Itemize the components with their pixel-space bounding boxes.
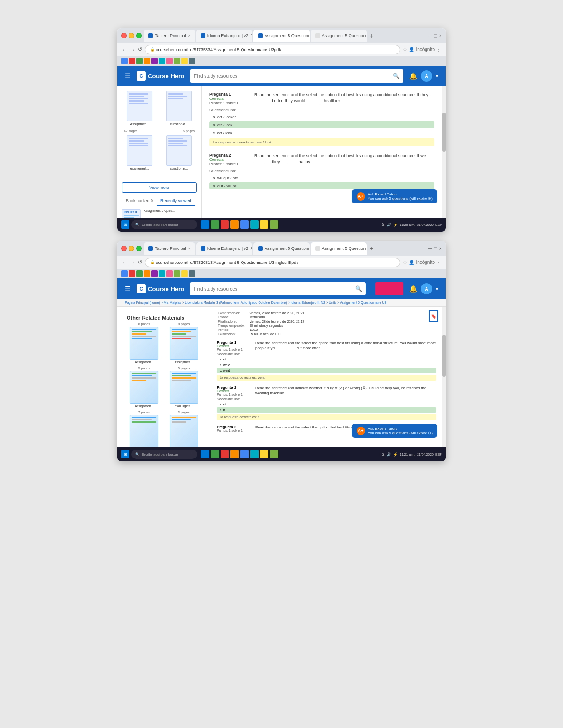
start-button-2[interactable]: ⊞: [121, 450, 129, 458]
taskbar-search-1[interactable]: 🔍 Escribe aquí para buscar: [131, 220, 197, 229]
reload-button[interactable]: ↺: [138, 46, 142, 53]
menu-icon-2[interactable]: ⋮: [436, 260, 441, 265]
search-input-1[interactable]: [194, 74, 390, 79]
reload-button-2[interactable]: ↺: [138, 259, 142, 265]
material-item-5[interactable]: 7 pages Assignmenl...: [126, 411, 163, 447]
tab-assignment-u1[interactable]: Assignment 5 Questionnaire U1 × ×: [253, 30, 310, 42]
material-item-6[interactable]: 3 pages: [166, 411, 203, 447]
tab2-u1[interactable]: Assignment 5 Questionnaire U1 ×: [253, 242, 310, 255]
ext2-1: [121, 270, 128, 277]
doc-grid-2: examenesI... cuestionar...: [122, 135, 197, 170]
tab2-idioma[interactable]: Idioma Extranjero | v2. Assignm... ×: [196, 242, 252, 255]
taskbar-app-4[interactable]: [230, 220, 239, 229]
view-more-button[interactable]: View more: [122, 182, 197, 193]
q-meta-3: Pregunta 3 Puntos: 1 sobre 1: [217, 425, 250, 432]
taskbar2-app-6[interactable]: [250, 450, 259, 458]
tab-assignment-u3[interactable]: Assignment 5 Questionnaire U3... ×: [311, 30, 367, 42]
taskbar-app-8[interactable]: [270, 220, 278, 229]
taskbar2-app-5[interactable]: [240, 450, 249, 458]
tab-idioma[interactable]: Idioma Extranjero | v2. Assignm... ×: [196, 30, 252, 42]
taskbar2-app-8[interactable]: [270, 450, 278, 458]
new-tab-button[interactable]: +: [370, 32, 373, 39]
maximize-button[interactable]: [136, 33, 142, 38]
recent-thumb-1: INGLES III: [122, 209, 141, 218]
close-button-2[interactable]: [121, 246, 127, 251]
bookmark-icon-1[interactable]: 🔖: [429, 310, 438, 322]
tab2-u3[interactable]: Assignment 5 Questionnaire U3 ×: [311, 242, 367, 255]
notification-bell-icon[interactable]: 🔔: [409, 72, 417, 80]
avatar-2[interactable]: A: [421, 283, 432, 294]
doc-thumb-4[interactable]: cuestionar...: [161, 135, 197, 170]
star-icon-2[interactable]: ☆: [403, 260, 407, 265]
doc-thumb-2[interactable]: cuestionar...: [161, 91, 197, 126]
material-item-2[interactable]: 8 pages Assignmen...: [166, 323, 203, 364]
ch-search-2[interactable]: 🔍: [190, 282, 366, 295]
tab2-close-1[interactable]: ×: [188, 246, 190, 251]
taskbar-app-7[interactable]: [260, 220, 268, 229]
taskbar-app-2[interactable]: [211, 220, 219, 229]
star-icon[interactable]: ☆: [403, 47, 407, 52]
ask-expert-banner-1[interactable]: A+ Ask Expert Tutors You can ask 5 quest…: [352, 189, 437, 203]
maximize-button-2[interactable]: [136, 246, 142, 251]
minimize-button[interactable]: [129, 33, 134, 38]
ask-expert-banner-2[interactable]: A+ Ask Expert Tutors You can ask 5 quest…: [352, 424, 437, 438]
hamburger-menu-icon-2[interactable]: ☰: [125, 285, 131, 293]
avatar-dropdown-icon-2[interactable]: ▾: [436, 286, 438, 292]
new-tab-button-2[interactable]: +: [370, 245, 373, 252]
avatar-1[interactable]: A: [421, 70, 432, 82]
account-icon-2[interactable]: 👤: [409, 260, 414, 265]
question-score-1: Puntos: 1 sobre 1: [209, 101, 247, 105]
taskbar-app-5[interactable]: [240, 220, 249, 229]
material-item-3[interactable]: 5 pages Assignmen...: [126, 367, 163, 408]
taskbar2-app-1[interactable]: [201, 450, 209, 458]
minimize-icon[interactable]: ─: [428, 33, 432, 38]
scrollbar-1[interactable]: [442, 86, 446, 218]
ext-5: [151, 58, 158, 64]
search-icon[interactable]: 🔍: [393, 73, 400, 79]
taskbar2-app-3[interactable]: [221, 450, 229, 458]
ch-nav-icons-2: 🔔 A ▾: [409, 283, 438, 294]
material-item-1[interactable]: 6 pages Assignmen...: [126, 323, 163, 364]
restore-icon[interactable]: □: [434, 33, 437, 38]
doc-thumb-1[interactable]: Assignmen...: [122, 91, 158, 126]
menu-icon[interactable]: ⋮: [436, 47, 441, 52]
material-item-4[interactable]: 5 pages exal ingles...: [166, 367, 203, 408]
close-icon-2[interactable]: ×: [439, 246, 442, 251]
doc-thumb-3[interactable]: examenesI...: [122, 135, 158, 170]
taskbar2-app-7[interactable]: [260, 450, 268, 458]
taskbar-app-6[interactable]: [250, 220, 259, 229]
minimize-icon-2[interactable]: ─: [428, 246, 432, 251]
url-box-1[interactable]: 🔒 coursehero.com/file/51735334/Assignmen…: [145, 45, 400, 54]
recent-doc-1[interactable]: INGLES III Assignment 5 Ques...: [122, 209, 197, 218]
scrollbar-2[interactable]: [442, 307, 446, 447]
taskbar2-app-4[interactable]: [230, 450, 239, 458]
avatar-dropdown-icon[interactable]: ▾: [436, 74, 438, 79]
ch-search-1[interactable]: 🔍: [190, 69, 403, 83]
notification-bell-icon-2[interactable]: 🔔: [409, 285, 417, 293]
search-icon-2[interactable]: 🔍: [355, 285, 362, 292]
back-button[interactable]: ←: [122, 47, 127, 53]
tab2-tablero[interactable]: Tablero Principal ×: [144, 242, 195, 255]
url-box-2[interactable]: 🔒 coursehero.com/file/57320813/Assignmen…: [145, 258, 400, 267]
tab-tablero[interactable]: Tablero Principal ×: [144, 30, 195, 42]
search-input-2[interactable]: [194, 286, 352, 292]
bookmarked-tab[interactable]: Bookmarked 0: [122, 196, 157, 206]
taskbar2-app-2[interactable]: [211, 450, 219, 458]
forward-button[interactable]: →: [130, 47, 135, 53]
minimize-button-2[interactable]: [129, 246, 134, 251]
recently-viewed-tab[interactable]: Recently viewed: [157, 196, 195, 206]
back-button-2[interactable]: ←: [122, 260, 127, 265]
q-score-2: Puntos: 1 sobre 1: [217, 393, 250, 396]
taskbar-app-3[interactable]: [221, 220, 229, 229]
taskbar-app-1[interactable]: [201, 220, 209, 229]
taskbar-search-2[interactable]: 🔍 Escribe aquí para buscar: [131, 450, 197, 459]
forward-button-2[interactable]: →: [130, 260, 135, 265]
account-icon[interactable]: 👤: [409, 47, 414, 52]
close-icon[interactable]: ×: [439, 33, 442, 38]
hamburger-menu-icon[interactable]: ☰: [125, 72, 131, 80]
restore-icon-2[interactable]: □: [434, 246, 437, 251]
search-glass-icon: 🔍: [135, 223, 140, 227]
close-button[interactable]: [121, 33, 127, 38]
start-button-1[interactable]: ⊞: [121, 220, 129, 229]
tab-close-icon[interactable]: ×: [188, 33, 190, 38]
